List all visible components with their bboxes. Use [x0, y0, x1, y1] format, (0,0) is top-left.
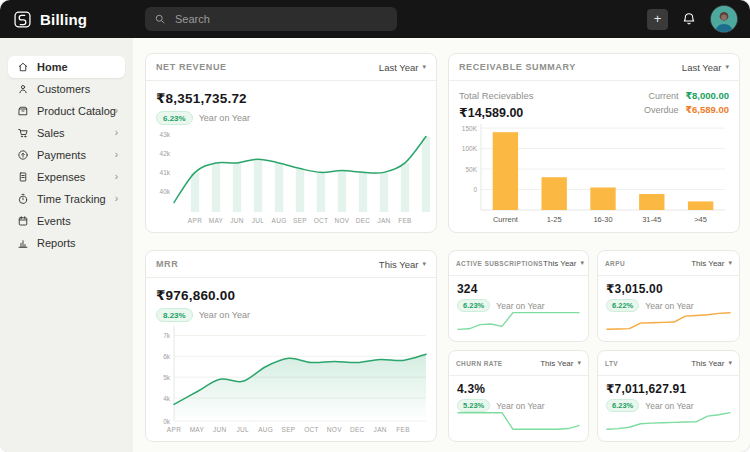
- search-input[interactable]: [173, 12, 388, 26]
- card-header: NET REVENUE Last Year ▾: [146, 54, 436, 81]
- product-catalog-icon: [17, 105, 29, 117]
- sidebar-item-label: Expenses: [37, 171, 85, 183]
- sidebar-item-events[interactable]: Events: [8, 210, 125, 232]
- active-subscriptions-period-dropdown[interactable]: This Year ▾: [543, 259, 584, 268]
- arpu-value: ₹3,015.00: [606, 282, 731, 296]
- svg-text:100K: 100K: [462, 145, 478, 152]
- card-title: ARPU: [605, 260, 625, 267]
- sidebar: Home Customers Product Catalog › Sales ›…: [0, 38, 133, 452]
- reports-icon: [17, 237, 29, 249]
- svg-text:JAN: JAN: [374, 426, 387, 433]
- yoy-label: Year on Year: [199, 310, 250, 320]
- current-label: Current: [648, 91, 678, 101]
- arpu-period-dropdown[interactable]: This Year ▾: [691, 259, 732, 268]
- chevron-right-icon: ›: [115, 106, 118, 116]
- card-title: NET REVENUE: [156, 62, 227, 72]
- overdue-value: ₹6,589.00: [685, 104, 729, 115]
- card-header: ARPU This Year ▾: [598, 251, 739, 276]
- chevron-down-icon: ▾: [728, 259, 732, 267]
- sidebar-item-reports[interactable]: Reports: [8, 232, 125, 254]
- mrr-chart: 7k6k5k4k0kAPRMAYJUNJULAUGSEPOCTNOVDECJAN…: [152, 323, 430, 434]
- sidebar-item-label: Sales: [37, 127, 65, 139]
- time-tracking-icon: [17, 193, 29, 205]
- svg-text:JUL: JUL: [236, 426, 249, 433]
- sidebar-item-label: Customers: [37, 83, 90, 95]
- card-title: LTV: [605, 360, 618, 367]
- receivable-summary-card: RECEIVABLE SUMMARY Last Year ▾ Total Rec…: [448, 53, 740, 233]
- svg-text:JUL: JUL: [252, 217, 265, 224]
- churn-rate-period-dropdown[interactable]: This Year ▾: [540, 359, 581, 368]
- svg-text:6k: 6k: [163, 353, 171, 360]
- svg-text:7k: 7k: [163, 332, 171, 339]
- svg-text:JUN: JUN: [213, 426, 227, 433]
- chevron-right-icon: ›: [115, 194, 118, 204]
- kpi-block: ₹976,860.00 8.23% Year on Year: [146, 278, 436, 322]
- svg-text:Current: Current: [493, 215, 519, 224]
- period-label: This Year: [691, 259, 724, 268]
- svg-text:16-30: 16-30: [593, 215, 612, 224]
- card-header: RECEIVABLE SUMMARY Last Year ▾: [449, 54, 739, 81]
- search-icon: [154, 13, 166, 25]
- net-revenue-value: ₹8,351,735.72: [156, 90, 426, 106]
- svg-text:MAY: MAY: [190, 426, 205, 433]
- active-subscriptions-sparkline: [457, 306, 580, 335]
- chevron-down-icon: ▾: [577, 359, 581, 367]
- quick-create-button[interactable]: +: [647, 9, 668, 30]
- mrr-period-dropdown[interactable]: This Year ▾: [379, 259, 426, 270]
- ltv-card: LTV This Year ▾ ₹7,011,627.91 6.23% Year…: [597, 350, 740, 442]
- period-label: This Year: [691, 359, 724, 368]
- svg-text:OCT: OCT: [314, 217, 329, 224]
- app-title: Billing: [40, 11, 87, 28]
- sidebar-item-payments[interactable]: Payments ›: [8, 144, 125, 166]
- sidebar-item-sales[interactable]: Sales ›: [8, 122, 125, 144]
- net-revenue-chart: 43k42k41k40kAPRMAYJUNJULAUGSEPOCTNOVDECJ…: [152, 125, 430, 225]
- ltv-period-dropdown[interactable]: This Year ▾: [691, 359, 732, 368]
- receivable-period-dropdown[interactable]: Last Year ▾: [682, 62, 729, 73]
- svg-text:APR: APR: [188, 217, 202, 224]
- sidebar-item-time-tracking[interactable]: Time Tracking ›: [8, 188, 125, 210]
- svg-text:NOV: NOV: [335, 217, 350, 224]
- expenses-icon: [17, 171, 29, 183]
- svg-text:APR: APR: [167, 426, 181, 433]
- card-title: CHURN RATE: [456, 360, 503, 367]
- period-label: Last Year: [379, 62, 419, 73]
- svg-text:1-25: 1-25: [547, 215, 562, 224]
- arpu-card: ARPU This Year ▾ ₹3,015.00 6.22% Year on…: [597, 250, 740, 342]
- svg-text:4k: 4k: [163, 395, 171, 402]
- svg-text:41k: 41k: [160, 169, 171, 176]
- net-revenue-period-dropdown[interactable]: Last Year ▾: [379, 62, 426, 73]
- svg-text:AUG: AUG: [258, 426, 273, 433]
- card-title: ACTIVE SUBSCRIPTIONS: [456, 260, 543, 267]
- active-subscriptions-card: ACTIVE SUBSCRIPTIONS This Year ▾ 324 6.2…: [448, 250, 589, 342]
- svg-text:SEP: SEP: [293, 217, 307, 224]
- svg-text:SEP: SEP: [282, 426, 296, 433]
- chevron-right-icon: ›: [115, 150, 118, 160]
- notifications-bell-icon[interactable]: [681, 11, 697, 27]
- total-receivables-value: ₹14,589.00: [459, 105, 533, 120]
- svg-text:DEC: DEC: [356, 217, 371, 224]
- kpi-block: ₹8,351,735.72 6.23% Year on Year: [146, 81, 436, 125]
- svg-text:JAN: JAN: [377, 217, 390, 224]
- svg-text:DEC: DEC: [350, 426, 365, 433]
- user-avatar[interactable]: [710, 5, 738, 33]
- arpu-sparkline: [606, 306, 731, 335]
- sidebar-item-label: Reports: [37, 237, 76, 249]
- growth-badge: 8.23%: [156, 308, 193, 322]
- chevron-down-icon: ▾: [422, 260, 426, 268]
- sidebar-item-expenses[interactable]: Expenses ›: [8, 166, 125, 188]
- card-header: MRR This Year ▾: [146, 251, 436, 278]
- topbar-actions: +: [647, 0, 738, 38]
- svg-text:AUG: AUG: [272, 217, 287, 224]
- churn-rate-card: CHURN RATE This Year ▾ 4.3% 5.23% Year o…: [448, 350, 589, 442]
- svg-text:150K: 150K: [462, 125, 478, 132]
- sidebar-item-product-catalog[interactable]: Product Catalog ›: [8, 100, 125, 122]
- svg-text:42k: 42k: [160, 150, 171, 157]
- customers-icon: [17, 83, 29, 95]
- svg-text:>45: >45: [694, 215, 707, 224]
- payments-icon: [17, 149, 29, 161]
- svg-text:50K: 50K: [465, 166, 477, 173]
- sidebar-item-home[interactable]: Home: [8, 56, 125, 78]
- global-search[interactable]: [145, 7, 397, 31]
- card-header: LTV This Year ▾: [598, 351, 739, 376]
- sidebar-item-customers[interactable]: Customers: [8, 78, 125, 100]
